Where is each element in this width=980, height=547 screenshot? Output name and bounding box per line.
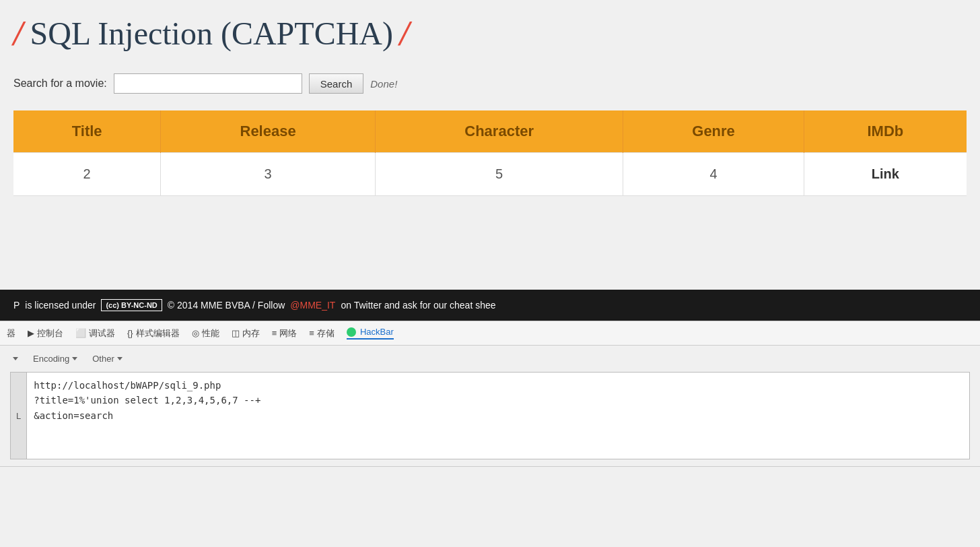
storage-icon: ≡ [309,328,314,338]
footer-after-twitter: on Twitter and ask for our cheat shee [341,300,495,311]
search-label: Search for a movie: [13,77,107,90]
search-button[interactable]: Search [309,73,364,94]
devtools-item-storage[interactable]: ≡ 存储 [309,327,335,340]
devtools-item-memory[interactable]: ◫ 内存 [232,327,260,340]
devtools-icon-unknown: 器 [7,327,15,340]
devtools-item-debugger[interactable]: ⬜ 调试器 [75,327,115,340]
table-row: 2 3 5 4 Link [13,153,967,196]
url-area: L http://localhost/bWAPP/sqli_9.php ?tit… [10,372,970,459]
style-label: 样式编辑器 [136,327,180,340]
style-icon: {} [127,328,133,338]
devtools-item-unknown[interactable]: 器 [7,327,15,340]
devtools-bar: 器 ▶ 控制台 ⬜ 调试器 {} 样式编辑器 ◎ 性能 ◫ 内存 ≡ 网络 ≡ … [0,321,980,346]
col-title: Title [13,110,161,153]
hackbar-toolbar: Encoding Other [10,352,970,365]
hackbar-dot-icon [347,327,356,337]
col-genre: Genre [623,110,804,153]
encoding-button[interactable]: Encoding [30,352,80,365]
page-title-text: SQL Injection (CAPTCHA) [30,15,393,52]
memory-icon: ◫ [232,328,240,338]
other-label: Other [92,354,114,364]
network-label: 网络 [279,327,297,340]
encoding-label: Encoding [33,354,69,364]
perf-label: 性能 [202,327,219,340]
console-label: 控制台 [37,327,63,340]
memory-label: 内存 [242,327,260,340]
debugger-label: 调试器 [89,327,115,340]
storage-label: 存储 [317,327,335,340]
debugger-icon: ⬜ [75,328,86,338]
cell-release: 3 [161,153,376,196]
col-imdb: IMDb [804,110,967,153]
search-input[interactable] [114,73,302,94]
slash-right-icon: / [400,13,409,53]
devtools-item-style[interactable]: {} 样式编辑器 [127,327,180,340]
other-button[interactable]: Other [90,352,125,365]
devtools-item-console[interactable]: ▶ 控制台 [28,327,63,340]
chevron-down-icon [13,357,18,360]
footer-copyright: © 2014 MME BVBA / Follow [168,300,285,311]
devtools-item-perf[interactable]: ◎ 性能 [192,327,219,340]
footer-licensed: is licensed under [25,300,96,311]
cell-imdb[interactable]: Link [804,153,967,196]
col-release: Release [161,110,376,153]
perf-icon: ◎ [192,328,199,338]
other-chevron-icon [117,357,123,360]
encoding-chevron-icon [72,357,77,360]
network-icon: ≡ [272,328,277,338]
hackbar-section: Encoding Other L http://localhost/bWAPP/… [0,346,980,467]
page-title-area: / SQL Injection (CAPTCHA) / [13,13,967,53]
footer-prefix: P [13,300,20,311]
hackbar-tab[interactable]: HackBar [347,327,394,340]
main-content: / SQL Injection (CAPTCHA) / Search for a… [0,0,980,290]
cc-badge: (cc) BY-NC-ND [101,299,162,311]
table-header-row: Title Release Character Genre IMDb [13,110,967,153]
movie-table: Title Release Character Genre IMDb 2 3 5… [13,110,967,196]
search-area: Search for a movie: Search Done! [13,73,967,94]
devtools-item-network[interactable]: ≡ 网络 [272,327,298,340]
console-icon: ▶ [28,328,34,338]
chevron-button[interactable] [10,356,21,362]
cell-character: 5 [375,153,623,196]
cell-title: 2 [13,153,161,196]
footer-bar: P is licensed under (cc) BY-NC-ND © 2014… [0,290,980,321]
col-character: Character [375,110,623,153]
search-status: Done! [370,78,397,90]
slash-left-icon: / [13,13,23,53]
url-l-label: L [10,372,26,459]
cell-genre: 4 [623,153,804,196]
twitter-link[interactable]: @MME_IT [290,300,335,311]
hackbar-label: HackBar [360,327,394,337]
url-textarea[interactable]: http://localhost/bWAPP/sqli_9.php ?title… [26,372,970,459]
